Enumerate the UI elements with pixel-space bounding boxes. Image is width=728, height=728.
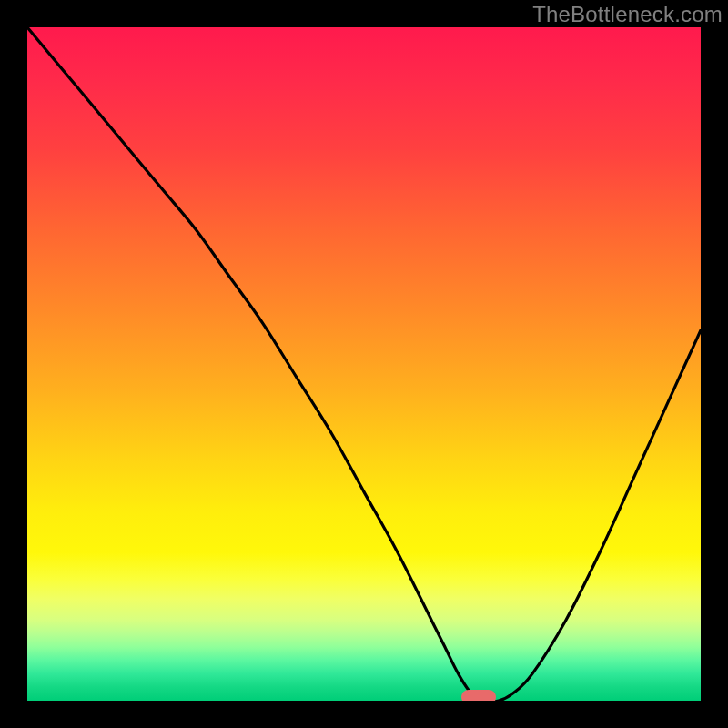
bottleneck-curve — [27, 27, 701, 701]
watermark-text: TheBottleneck.com — [532, 2, 723, 27]
chart-frame: TheBottleneck.com — [0, 0, 728, 728]
optimal-marker — [461, 690, 496, 701]
curve-path — [27, 27, 701, 701]
plot-area — [27, 27, 701, 701]
